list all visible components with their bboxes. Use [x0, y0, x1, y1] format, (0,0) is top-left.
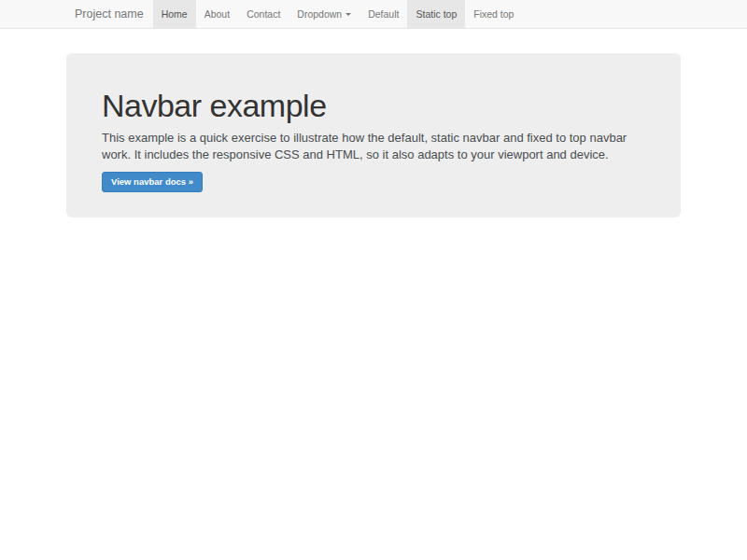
- caret-down-icon: [345, 13, 351, 16]
- top-navbar: Project name Home About Contact Dropdown…: [0, 0, 747, 29]
- navbar-container: Project name Home About Contact Dropdown…: [65, 0, 682, 28]
- dropdown-label: Dropdown: [297, 8, 342, 20]
- nav-item-static-top: Static top: [407, 0, 465, 28]
- nav-item-home: Home: [153, 0, 196, 28]
- nav-item-dropdown: Dropdown: [289, 0, 359, 28]
- nav-link-static-top[interactable]: Static top: [407, 0, 465, 28]
- nav-link-default[interactable]: Default: [359, 0, 407, 28]
- nav-item-contact: Contact: [238, 0, 289, 28]
- jumbotron-description: This example is a quick exercise to illu…: [102, 130, 647, 163]
- nav-item-about: About: [196, 0, 238, 28]
- nav-link-contact[interactable]: Contact: [238, 0, 289, 28]
- view-navbar-docs-button[interactable]: View navbar docs »: [102, 172, 203, 192]
- nav-link-fixed-top[interactable]: Fixed top: [465, 0, 522, 28]
- nav-link-about[interactable]: About: [196, 0, 238, 28]
- page-title: Navbar example: [102, 89, 645, 123]
- nav-item-default: Default: [359, 0, 407, 28]
- navbar-right-nav: Default Static top Fixed top: [359, 0, 522, 28]
- nav-link-dropdown[interactable]: Dropdown: [289, 0, 359, 28]
- nav-link-home[interactable]: Home: [153, 0, 196, 28]
- nav-item-fixed-top: Fixed top: [465, 0, 522, 28]
- page-content: Navbar example This example is a quick e…: [0, 53, 747, 217]
- jumbotron: Navbar example This example is a quick e…: [66, 53, 681, 217]
- navbar-left-nav: Home About Contact Dropdown: [153, 0, 360, 28]
- navbar-brand[interactable]: Project name: [65, 0, 153, 28]
